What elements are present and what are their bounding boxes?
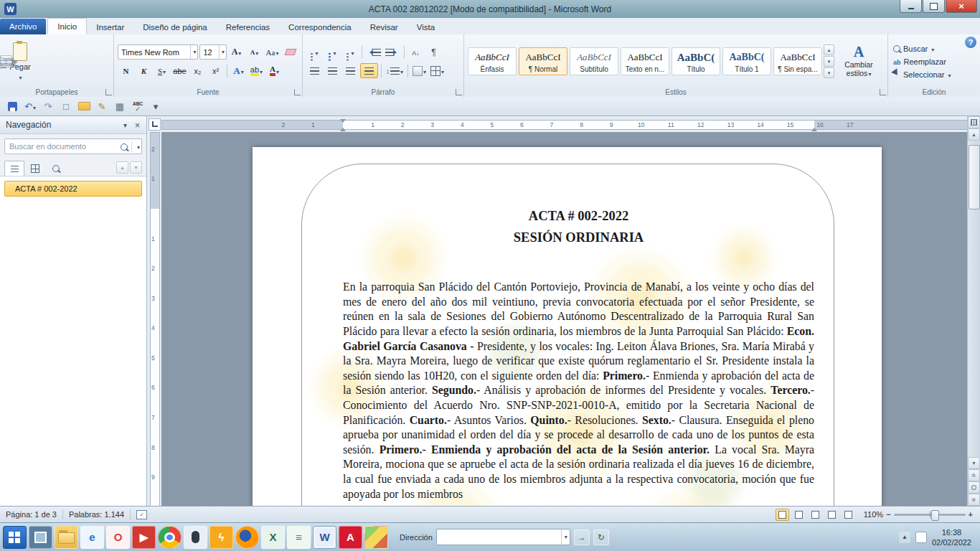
- style-titulo[interactable]: AaBbC(Título: [672, 47, 720, 75]
- tab-insertar[interactable]: Insertar: [87, 19, 133, 34]
- antivirus-icon[interactable]: A: [339, 526, 362, 549]
- underline-button[interactable]: S: [154, 64, 170, 77]
- increase-indent-button[interactable]: [384, 45, 401, 59]
- web-layout-view-button[interactable]: [809, 509, 822, 521]
- style-subtitulo[interactable]: AaBbCcISubtítulo: [570, 47, 618, 75]
- redo-button[interactable]: ↷: [40, 99, 56, 114]
- sort-button[interactable]: [407, 45, 424, 59]
- paragraph[interactable]: En la parroquia San Plácido del Cantón P…: [343, 280, 814, 501]
- superscript-button[interactable]: x²: [207, 64, 224, 77]
- select-button[interactable]: Seleccionar: [892, 68, 976, 81]
- more-commands-button[interactable]: ▾: [148, 99, 164, 114]
- firefox-icon[interactable]: [235, 526, 259, 549]
- justify-button[interactable]: [360, 63, 378, 78]
- strikethrough-button[interactable]: abe: [171, 64, 188, 77]
- close-button[interactable]: [946, 0, 977, 13]
- text-effects-button[interactable]: A: [230, 64, 247, 77]
- show-hidden-icons-icon[interactable]: [899, 532, 910, 543]
- tab-correspondencia[interactable]: Correspondencia: [279, 19, 361, 34]
- zoom-slider[interactable]: [894, 514, 966, 516]
- shading-button[interactable]: [411, 64, 428, 77]
- grow-font-button[interactable]: A: [228, 45, 245, 59]
- spreadsheet-app-icon[interactable]: ≡: [287, 526, 311, 549]
- taskbar-clock[interactable]: 16:38 02/02/2022: [932, 527, 971, 547]
- tab-diseno-de-pagina[interactable]: Diseño de página: [133, 19, 217, 34]
- outline-view-button[interactable]: [825, 509, 839, 521]
- winamp-icon[interactable]: ϟ: [209, 526, 233, 549]
- style-texto[interactable]: AaBbCcITexto en n...: [621, 47, 669, 75]
- address-go-icon[interactable]: →: [574, 529, 590, 545]
- font-family-combo[interactable]: Times New Rom: [118, 44, 198, 60]
- nav-pane-close-icon[interactable]: [131, 119, 143, 131]
- zoom-out-icon[interactable]: [886, 510, 890, 519]
- style-sin-espaciado[interactable]: AaBbCcI¶ Sin espa...: [773, 47, 822, 75]
- bullets-button[interactable]: [306, 45, 323, 59]
- gallery-down-icon[interactable]: [824, 56, 834, 67]
- title-bar[interactable]: ACTA 002 28012022 [Modo de compatibilida…: [0, 0, 980, 19]
- tray-app-icon[interactable]: [915, 532, 927, 543]
- nav-heading-item[interactable]: ACTA # 002-2022: [4, 181, 142, 197]
- bold-button[interactable]: N: [118, 64, 134, 77]
- next-result-icon[interactable]: ▼: [130, 161, 142, 174]
- vertical-ruler[interactable]: 21123456789: [147, 132, 161, 506]
- open-folder-button[interactable]: [76, 99, 92, 114]
- media-player-icon[interactable]: ▶: [132, 526, 156, 549]
- hanging-indent-marker[interactable]: [340, 125, 346, 131]
- nav-tab-results[interactable]: [46, 161, 66, 176]
- tab-selector-button[interactable]: [149, 118, 161, 131]
- zoom-in-icon[interactable]: [969, 510, 973, 519]
- tab-inicio[interactable]: Inicio: [47, 18, 87, 34]
- tab-vista[interactable]: Vista: [407, 19, 444, 34]
- table-button[interactable]: ▦: [112, 99, 128, 114]
- page-count[interactable]: Página: 1 de 3: [0, 507, 62, 522]
- new-document-button[interactable]: □: [58, 99, 74, 114]
- dialog-launcher-icon[interactable]: [456, 89, 462, 95]
- system-window-icon[interactable]: [29, 526, 52, 549]
- mouse-utility-icon[interactable]: [184, 526, 207, 549]
- subscript-button[interactable]: x₂: [189, 64, 206, 77]
- scroll-up-icon[interactable]: [968, 128, 980, 141]
- save-button[interactable]: [4, 99, 20, 114]
- minimize-button[interactable]: [900, 0, 922, 13]
- numbering-button[interactable]: [324, 45, 341, 59]
- font-size-combo[interactable]: 12: [199, 44, 227, 60]
- help-icon[interactable]: [965, 37, 976, 48]
- start-icon[interactable]: [3, 526, 27, 549]
- change-case-button[interactable]: Aa: [264, 45, 281, 59]
- shrink-font-button[interactable]: A: [246, 45, 263, 59]
- draft-view-button[interactable]: [842, 509, 855, 521]
- ruler-toggle-button[interactable]: [968, 116, 980, 128]
- dialog-launcher-icon[interactable]: [880, 89, 886, 95]
- paragraph[interactable]: SESIÓN ORDINARIA: [343, 229, 814, 246]
- zoom-slider-thumb[interactable]: [931, 510, 939, 521]
- find-button[interactable]: Buscar: [892, 42, 976, 55]
- previous-page-icon[interactable]: [968, 469, 980, 481]
- align-center-button[interactable]: [324, 64, 341, 77]
- maximize-button[interactable]: [923, 0, 945, 13]
- nav-tab-headings[interactable]: [4, 161, 24, 176]
- line-spacing-button[interactable]: [385, 64, 405, 77]
- paragraph[interactable]: ACTA # 002-2022: [343, 207, 814, 225]
- edit-button[interactable]: ✎: [94, 99, 110, 114]
- chrome-icon[interactable]: [158, 526, 182, 549]
- search-icon[interactable]: [121, 143, 128, 151]
- word-count[interactable]: Palabras: 1.144: [63, 507, 130, 522]
- clear-formatting-button[interactable]: [282, 45, 298, 59]
- tab-revisar[interactable]: Revisar: [361, 19, 407, 34]
- select-browse-object-icon[interactable]: [968, 481, 980, 494]
- gallery-more-icon[interactable]: [824, 67, 834, 78]
- align-right-button[interactable]: [342, 64, 359, 77]
- photo-app-icon[interactable]: [364, 526, 388, 549]
- document-text[interactable]: ACTA # 002-2022SESIÓN ORDINARIAEn la par…: [343, 207, 814, 501]
- zoom-level[interactable]: 110%: [864, 510, 883, 519]
- tab-archivo[interactable]: Archivo: [0, 19, 46, 34]
- style-titulo-1[interactable]: AaBbC(Título 1: [722, 47, 771, 75]
- align-left-button[interactable]: [306, 64, 323, 77]
- search-options-caret-icon[interactable]: [136, 142, 140, 151]
- opera-icon[interactable]: O: [106, 526, 130, 549]
- address-refresh-icon[interactable]: ↻: [593, 529, 609, 545]
- internet-explorer-icon[interactable]: e: [80, 526, 104, 549]
- next-page-icon[interactable]: [968, 494, 980, 506]
- nav-tab-pages[interactable]: [25, 161, 45, 176]
- nav-pane-menu-icon[interactable]: ▾: [119, 119, 131, 131]
